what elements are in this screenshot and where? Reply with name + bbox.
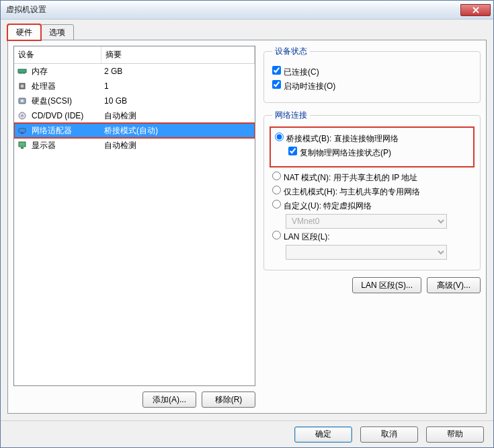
bridged-highlight: 桥接模式(B): 直接连接物理网络 复制物理网络连接状态(P) — [270, 126, 475, 167]
device-buttons: 添加(A)... 移除(R) — [13, 386, 255, 408]
tab-panel: 设备 摘要 内存2 GB处理器1硬盘(SCSI)10 GBCD/DVD (IDE… — [7, 40, 487, 414]
device-name: 内存 — [32, 66, 104, 77]
svg-point-11 — [22, 115, 23, 116]
svg-point-9 — [21, 100, 24, 102]
nat-radio[interactable] — [272, 172, 281, 180]
remove-button[interactable]: 移除(R) — [202, 391, 255, 408]
poweron-checkbox[interactable] — [272, 80, 281, 89]
svg-rect-14 — [19, 142, 26, 147]
cancel-button[interactable]: 取消 — [360, 426, 418, 443]
svg-rect-4 — [23, 73, 24, 74]
add-button[interactable]: 添加(A)... — [142, 391, 196, 408]
custom-radio[interactable] — [272, 200, 281, 209]
dialog-footer: 确定 取消 帮助 — [1, 420, 493, 447]
display-icon — [17, 141, 28, 150]
device-name: 硬盘(SCSI) — [32, 96, 104, 107]
header-device: 设备 — [14, 46, 101, 63]
device-row[interactable]: 硬盘(SCSI)10 GB — [14, 94, 255, 108]
svg-rect-1 — [19, 73, 19, 74]
network-connection-legend: 网络连接 — [272, 110, 310, 121]
device-row[interactable]: 网络适配器桥接模式(自动) — [14, 123, 255, 138]
vmnet-select[interactable]: VMnet0 — [286, 214, 447, 229]
help-button[interactable]: 帮助 — [426, 426, 484, 443]
ok-button[interactable]: 确定 — [294, 426, 352, 443]
replicate-checkbox[interactable] — [288, 147, 297, 155]
disk-icon — [17, 96, 28, 106]
device-name: 显示器 — [32, 140, 104, 151]
device-list[interactable]: 设备 摘要 内存2 GB处理器1硬盘(SCSI)10 GBCD/DVD (IDE… — [13, 46, 255, 386]
device-row[interactable]: 显示器自动检测 — [14, 138, 255, 153]
bridged-radio[interactable] — [275, 133, 284, 141]
lansegment-radio-label[interactable]: LAN 区段(L): — [272, 231, 330, 243]
svg-rect-0 — [18, 69, 26, 73]
device-summary: 10 GB — [104, 96, 252, 106]
device-row[interactable]: CD/DVD (IDE)自动检测 — [14, 108, 255, 123]
device-summary: 桥接模式(自动) — [104, 125, 252, 137]
network-extra-buttons: LAN 区段(S)... 高级(V)... — [263, 277, 481, 293]
svg-rect-13 — [21, 133, 24, 134]
device-row[interactable]: 内存2 GB — [14, 64, 255, 79]
cd-icon — [17, 111, 28, 120]
device-name: CD/DVD (IDE) — [32, 111, 104, 120]
device-status-group: 设备状态 已连接(C) 启动时连接(O) — [263, 46, 481, 103]
lansegment-select[interactable] — [286, 245, 447, 260]
right-pane: 设备状态 已连接(C) 启动时连接(O) 网络连接 桥接模式(B): 直接连接物… — [263, 46, 481, 408]
network-connection-group: 网络连接 桥接模式(B): 直接连接物理网络 复制物理网络连接状态(P) NAT… — [263, 110, 481, 270]
network-icon — [17, 126, 28, 135]
device-status-legend: 设备状态 — [272, 46, 310, 57]
svg-rect-15 — [21, 147, 24, 149]
poweron-checkbox-label[interactable]: 启动时连接(O) — [272, 80, 335, 92]
connected-checkbox[interactable] — [272, 66, 281, 75]
cpu-icon — [17, 81, 28, 91]
replicate-checkbox-label[interactable]: 复制物理网络连接状态(P) — [288, 147, 391, 159]
bridged-radio-label[interactable]: 桥接模式(B): 直接连接物理网络 — [275, 133, 399, 145]
svg-rect-5 — [24, 73, 25, 74]
memory-icon — [17, 67, 28, 76]
svg-rect-2 — [20, 73, 21, 74]
device-summary: 自动检测 — [104, 140, 252, 151]
header-summary: 摘要 — [101, 46, 255, 63]
svg-rect-7 — [21, 85, 24, 87]
lansegment-radio[interactable] — [272, 231, 281, 239]
hostonly-radio-label[interactable]: 仅主机模式(H): 与主机共享的专用网络 — [272, 186, 420, 198]
device-summary: 1 — [104, 81, 252, 91]
close-button[interactable] — [460, 4, 491, 16]
window-title: 虚拟机设置 — [6, 4, 460, 15]
titlebar: 虚拟机设置 — [1, 1, 493, 20]
custom-radio-label[interactable]: 自定义(U): 特定虚拟网络 — [272, 200, 372, 212]
left-pane: 设备 摘要 内存2 GB处理器1硬盘(SCSI)10 GBCD/DVD (IDE… — [13, 46, 255, 408]
connected-checkbox-label[interactable]: 已连接(C) — [272, 66, 319, 78]
device-list-header: 设备 摘要 — [14, 46, 255, 64]
advanced-button[interactable]: 高级(V)... — [427, 277, 481, 293]
device-name: 网络适配器 — [32, 125, 104, 137]
svg-rect-12 — [19, 128, 26, 133]
device-name: 处理器 — [32, 81, 104, 92]
lan-segments-button[interactable]: LAN 区段(S)... — [352, 277, 421, 293]
tab-strip: 硬件 选项 — [7, 24, 487, 40]
device-row[interactable]: 处理器1 — [14, 79, 255, 94]
device-summary: 2 GB — [104, 67, 252, 76]
svg-rect-3 — [22, 73, 22, 74]
tab-hardware[interactable]: 硬件 — [7, 24, 41, 40]
hostonly-radio[interactable] — [272, 186, 281, 194]
close-icon — [472, 7, 479, 13]
dialog-body: 硬件 选项 设备 摘要 内存2 GB处理器1硬盘(SCSI)10 GBCD/DV… — [1, 20, 493, 420]
nat-radio-label[interactable]: NAT 模式(N): 用于共享主机的 IP 地址 — [272, 172, 417, 184]
device-summary: 自动检测 — [104, 110, 252, 122]
settings-window: 虚拟机设置 硬件 选项 设备 摘要 内存2 GB处理器1硬盘(SCSI)10 G… — [0, 0, 494, 448]
tab-options[interactable]: 选项 — [40, 24, 74, 40]
